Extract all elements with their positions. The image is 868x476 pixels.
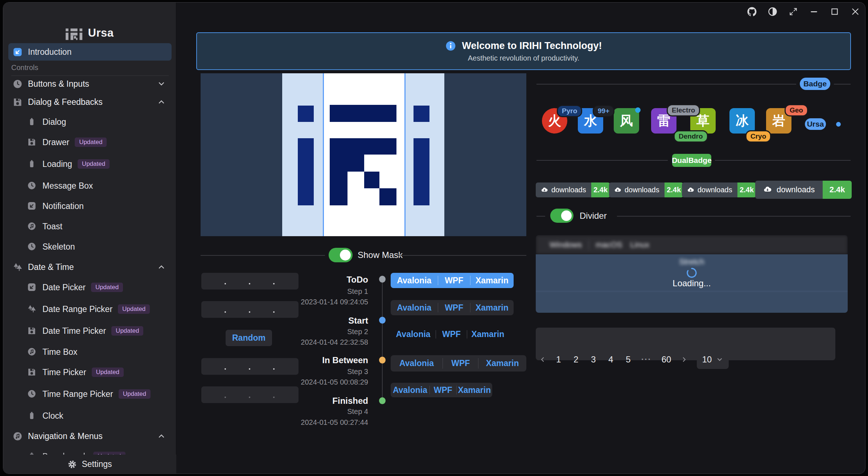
clock-icon [27,242,37,252]
arrow-square-icon [13,47,22,57]
stretch-label: Stretch [536,257,848,267]
sidebar-section-label: Navigation & Menus [28,431,103,441]
page-size-select[interactable]: 10 [697,350,729,369]
ipbox-input-2[interactable] [201,301,299,318]
sidebar-item-clock[interactable]: Clock [8,407,172,424]
settings-button[interactable]: Settings [3,455,176,474]
timeline-step: Step 3 [347,368,368,376]
theme-toggle-icon[interactable] [767,6,778,17]
pagination-page-1[interactable]: 1 [553,354,564,365]
expand-icon[interactable] [788,6,799,17]
app-logo: Ursa [3,21,176,45]
sidebar-item-drawer[interactable]: Drawer Updated [8,134,172,151]
downloads-badge-2[interactable]: downloads 2.4k [609,182,683,197]
sidebar-section-date-time[interactable]: Date & Time [8,258,172,276]
maximize-icon[interactable] [829,6,840,17]
downloads-label: downloads [625,186,659,194]
ipbox-input-4-disabled [201,386,299,403]
dot-badge [635,107,641,113]
timeline-connector [382,279,383,401]
pagination-page-4[interactable]: 4 [605,354,616,365]
avalonia-button[interactable]: Avalonia [391,327,436,341]
pagination-ellipsis[interactable]: ··· [640,355,653,364]
close-icon[interactable] [850,6,861,17]
sidebar-item-introduction[interactable]: Introduction [8,43,172,61]
pagination-page-last[interactable]: 60 [659,354,674,365]
sidebar-section-dialog-feedbacks[interactable]: Dialog & Feedbacks [8,93,172,111]
downloads-badge-1[interactable]: downloads 2.4k [536,182,610,197]
sidebar-item-label: Date Picker [42,283,86,292]
timeline-label: Finished [332,396,368,406]
pagination-page-5[interactable]: 5 [623,354,634,365]
updated-badge: Updated [92,368,124,377]
ursa-logo-icon [66,26,82,40]
sidebar-item-loading[interactable]: Loading Updated [8,155,172,173]
sidebar-item-label: Date Time Picker [42,326,106,336]
sidebar-section-buttons-inputs[interactable]: Buttons & Inputs [8,75,172,93]
avalonia-button[interactable]: Avalonia [391,300,438,315]
wpf-button[interactable]: WPF [430,383,456,397]
pyro-badge: Pyro [557,105,582,117]
updated-badge: Updated [111,326,143,336]
sidebar-item-time-range-picker[interactable]: Time Range Picker Updated [8,385,172,403]
banner-title: Welcome to IRIHI Technology! [462,40,602,52]
tab-windows[interactable]: Windows [543,240,588,250]
sidebar-item-label: Message Box [42,181,93,191]
tab-linux[interactable]: Linux [629,240,656,250]
arrow-square-icon [27,201,37,211]
ipbox-input-1[interactable] [201,273,299,290]
show-mask-toggle[interactable] [329,248,353,262]
github-icon[interactable] [746,6,757,17]
chevron-up-icon [157,263,166,271]
random-button[interactable]: Random [226,330,272,346]
pagination-prev-icon[interactable] [539,356,547,363]
sidebar-item-notification[interactable]: Notification [8,197,172,215]
wpf-button[interactable]: WPF [438,273,470,288]
avalonia-button[interactable]: Avalonia [391,355,443,372]
tab-macos[interactable]: macOS [589,240,629,250]
xamarin-button[interactable]: Xamarin [457,383,492,397]
sidebar-item-time-box[interactable]: Time Box [8,343,172,361]
timeline-time: 2024-01-05 00:27:44 [301,418,368,427]
divider-toggle[interactable] [550,209,573,223]
wpf-button[interactable]: WPF [436,327,466,341]
xamarin-button[interactable]: Xamarin [467,327,509,341]
sidebar-section-navigation-menus[interactable]: Navigation & Menus [8,427,172,445]
sidebar-item-label: Loading [42,159,72,169]
info-icon [445,40,456,52]
ipbox-input-3[interactable] [201,358,299,375]
xamarin-button[interactable]: Xamarin [470,273,514,288]
timeline-dot-start [379,317,386,324]
sidebar-item-skeleton[interactable]: Skeleton [8,238,172,255]
xamarin-button[interactable]: Xamarin [478,355,526,372]
loading-panel: Windows macOS Linux Stretch Loading... [536,235,848,313]
downloads-label: downloads [551,186,586,194]
os-tabs: Windows macOS Linux [536,235,848,254]
sidebar-item-date-picker[interactable]: Date Picker Updated [8,279,172,296]
sidebar-item-message-box[interactable]: Message Box [8,177,172,194]
downloads-badge-3[interactable]: downloads 2.4k [682,182,756,197]
timeline-label: In Between [322,355,368,365]
wpf-button[interactable]: WPF [443,355,478,372]
pagination-page-2[interactable]: 2 [571,354,581,365]
app-title: Ursa [88,26,114,40]
sidebar-item-toast[interactable]: Toast [8,218,172,235]
downloads-badge-4[interactable]: downloads 2.4k [755,181,852,199]
sidebar-item-label: Time Picker [42,368,86,377]
avalonia-button[interactable]: Avalonia [391,383,429,397]
avalonia-button[interactable]: Avalonia [391,273,438,288]
pagination-page-3[interactable]: 3 [588,354,599,365]
battery-icon [27,159,37,169]
welcome-banner: Welcome to IRIHI Technology! Aesthetic r… [196,32,851,70]
minimize-icon[interactable] [809,6,819,17]
wpf-button[interactable]: WPF [438,300,470,315]
sidebar-item-date-time-picker[interactable]: Date Time Picker Updated [8,322,172,340]
xamarin-button[interactable]: Xamarin [470,300,514,315]
sidebar-item-dialog[interactable]: Dialog [8,113,172,131]
sidebar-item-date-range-picker[interactable]: Date Range Picker Updated [8,300,172,318]
sidebar-item-time-picker[interactable]: Time Picker Updated [8,364,172,381]
sidebar-item-label: Introduction [28,47,71,57]
pagination-next-icon[interactable] [680,356,688,363]
timeline-step: Step 1 [347,287,368,296]
timeline-step: Step 4 [347,407,368,416]
